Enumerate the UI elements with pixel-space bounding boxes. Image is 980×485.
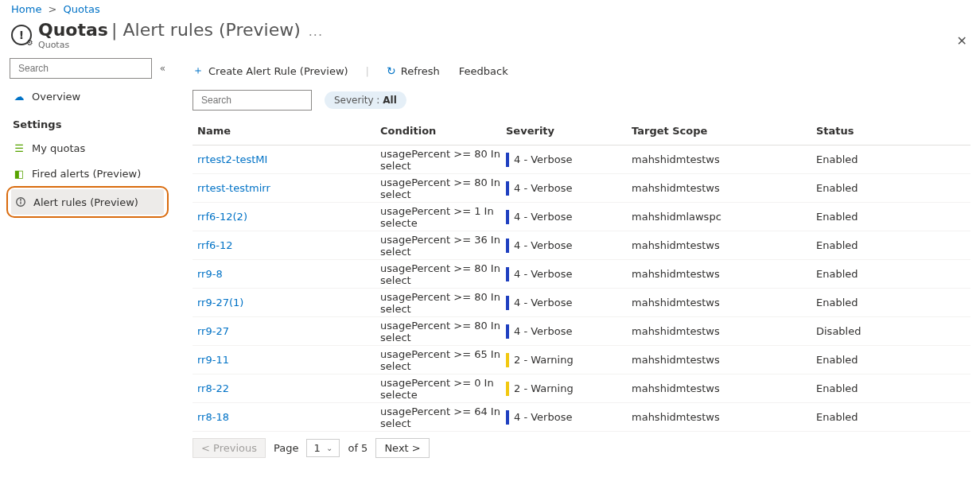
rule-severity: 4 - Verbose <box>506 153 632 167</box>
breadcrumb-quotas[interactable]: Quotas <box>64 3 100 15</box>
sidebar-item-overview[interactable]: ☁ Overview <box>10 83 165 109</box>
rule-scope: mahshidmtestws <box>632 325 816 337</box>
rule-name-link[interactable]: rrtest-testmirr <box>197 182 270 194</box>
breadcrumb-home[interactable]: Home <box>11 3 41 15</box>
create-alert-rule-button[interactable]: ＋ Create Alert Rule (Preview) <box>192 64 348 78</box>
rule-scope: mahshidmtestws <box>632 297 816 308</box>
refresh-button[interactable]: ↻ Refresh <box>387 64 440 77</box>
sidebar-item-label: Alert rules (Preview) <box>33 196 138 208</box>
rule-name-link[interactable]: rr8-22 <box>197 382 229 394</box>
list-icon: ☰ <box>13 142 25 154</box>
col-name[interactable]: Name <box>197 125 380 137</box>
table-row[interactable]: rr9-8usagePercent >= 80 In select4 - Ver… <box>192 260 970 289</box>
col-scope[interactable]: Target Scope <box>632 125 816 137</box>
col-status[interactable]: Status <box>816 125 966 137</box>
sidebar-item-label: My quotas <box>32 142 85 154</box>
table-row[interactable]: rr9-27(1)usagePercent >= 80 In select4 -… <box>192 289 970 317</box>
page-label: Page <box>274 442 298 454</box>
chevron-down-icon: ⌄ <box>326 444 332 452</box>
table-row[interactable]: rr9-11usagePercent >= 65 In select2 - Wa… <box>192 346 970 374</box>
severity-bar-icon <box>506 410 509 425</box>
refresh-icon: ↻ <box>387 64 396 77</box>
rule-name-link[interactable]: rrf6-12 <box>197 239 233 251</box>
rule-condition: usagePercent >= 80 In select <box>380 320 506 343</box>
rule-name-link[interactable]: rr9-27(1) <box>197 297 243 308</box>
sidebar-item-alert-rules[interactable]: Alert rules (Preview) <box>11 189 164 215</box>
severity-bar-icon <box>506 181 509 196</box>
cloud-icon: ☁ <box>13 90 25 103</box>
severity-bar-icon <box>506 382 509 396</box>
rule-severity: 4 - Verbose <box>506 296 632 310</box>
col-severity[interactable]: Severity <box>506 125 632 137</box>
sidebar-item-fired-alerts[interactable]: ◧ Fired alerts (Preview) <box>10 161 165 186</box>
rule-status: Enabled <box>816 239 966 251</box>
table-search-input[interactable] <box>201 95 306 106</box>
rule-scope: mahshidmtestws <box>632 239 816 251</box>
rule-scope: mahshidmtestws <box>632 354 816 366</box>
current-page: 1 <box>313 442 320 454</box>
refresh-label: Refresh <box>401 65 440 77</box>
table-row[interactable]: rrtest-testmirrusagePercent >= 80 In sel… <box>192 174 970 203</box>
rule-name-link[interactable]: rrtest2-testMI <box>197 153 267 165</box>
toolbar: ＋ Create Alert Rule (Preview) | ↻ Refres… <box>192 56 970 85</box>
table-row[interactable]: rrtest2-testMIusagePercent >= 80 In sele… <box>192 146 970 174</box>
rule-scope: mahshidmlawspc <box>632 211 816 223</box>
col-condition[interactable]: Condition <box>380 125 506 137</box>
page-select[interactable]: 1 ⌄ <box>306 439 340 457</box>
alert-icon: ◧ <box>13 167 25 180</box>
sidebar-search[interactable] <box>10 58 152 79</box>
sidebar-search-input[interactable] <box>18 63 146 74</box>
rule-scope: mahshidmtestws <box>632 382 816 394</box>
rule-status: Enabled <box>816 382 966 394</box>
rule-status: Disabled <box>816 325 966 337</box>
table-row[interactable]: rr8-22usagePercent >= 0 In selecte2 - Wa… <box>192 374 970 403</box>
filter-row: Severity : All <box>192 90 970 111</box>
rule-condition: usagePercent >= 1 In selecte <box>380 205 506 229</box>
alert-rules-icon <box>14 196 27 208</box>
plus-icon: ＋ <box>192 64 204 78</box>
severity-bar-icon <box>506 239 509 253</box>
next-button[interactable]: Next > <box>375 438 429 458</box>
table-search[interactable] <box>192 90 312 111</box>
severity-filter-label: Severity : <box>334 95 383 106</box>
rule-status: Enabled <box>816 211 966 223</box>
severity-filter[interactable]: Severity : All <box>325 91 406 109</box>
table-row[interactable]: rr8-18usagePercent >= 64 In select4 - Ve… <box>192 403 970 432</box>
table-row[interactable]: rr9-27usagePercent >= 80 In select4 - Ve… <box>192 317 970 346</box>
sidebar-item-label: Overview <box>32 91 80 103</box>
sidebar-heading-settings: Settings <box>10 109 165 135</box>
rule-name-link[interactable]: rr8-18 <box>197 411 229 423</box>
close-icon[interactable]: ✕ <box>957 33 967 48</box>
rule-status: Enabled <box>816 182 966 194</box>
table-header: Name Condition Severity Target Scope Sta… <box>192 125 970 146</box>
rule-severity: 4 - Verbose <box>506 324 632 339</box>
collapse-icon[interactable]: « <box>160 63 165 74</box>
rule-severity: 2 - Warning <box>506 382 632 396</box>
table-row[interactable]: rrf6-12(2)usagePercent >= 1 In selecte4 … <box>192 203 970 231</box>
rule-name-link[interactable]: rr9-11 <box>197 354 229 366</box>
severity-bar-icon <box>506 296 509 310</box>
rule-severity: 4 - Verbose <box>506 410 632 425</box>
rule-status: Enabled <box>816 297 966 308</box>
rule-name-link[interactable]: rr9-8 <box>197 268 223 280</box>
page-header: ⚙ Quotas | Alert rules (Preview) Quotas … <box>0 20 980 56</box>
highlight-alert-rules: Alert rules (Preview) <box>6 186 169 218</box>
rule-severity: 4 - Verbose <box>506 210 632 224</box>
breadcrumb: Home > Quotas <box>0 0 980 20</box>
sidebar-item-my-quotas[interactable]: ☰ My quotas <box>10 135 165 161</box>
rule-severity: 4 - Verbose <box>506 181 632 196</box>
feedback-button[interactable]: Feedback <box>454 65 508 77</box>
rule-severity: 2 - Warning <box>506 353 632 367</box>
rule-name-link[interactable]: rr9-27 <box>197 325 229 337</box>
rule-name-link[interactable]: rrf6-12(2) <box>197 211 247 223</box>
sidebar: « ☁ Overview Settings ☰ My quotas ◧ Fire… <box>0 56 173 458</box>
rule-condition: usagePercent >= 80 In select <box>380 177 506 200</box>
rule-condition: usagePercent >= 80 In select <box>380 148 506 172</box>
quotas-icon: ⚙ <box>11 25 32 45</box>
svg-point-3 <box>21 200 21 200</box>
more-icon[interactable]: ··· <box>309 28 323 43</box>
rule-scope: mahshidmtestws <box>632 182 816 194</box>
table-row[interactable]: rrf6-12usagePercent >= 36 In select4 - V… <box>192 231 970 260</box>
page-section: | Alert rules (Preview) <box>111 20 301 40</box>
create-label: Create Alert Rule (Preview) <box>208 65 348 77</box>
